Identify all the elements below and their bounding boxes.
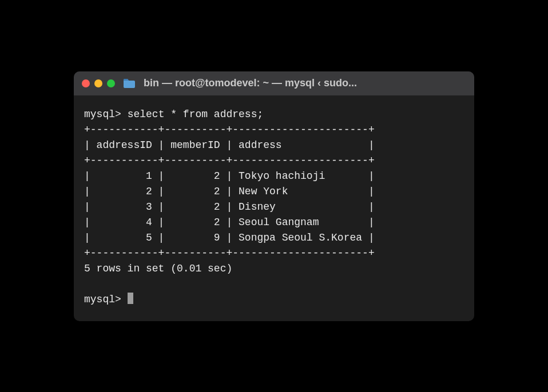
titlebar[interactable]: bin — root@tomodevel: ~ — mysql ‹ sudo..… <box>74 71 474 95</box>
cursor-icon <box>128 293 133 304</box>
status-line: 5 rows in set (0.01 sec) <box>84 263 232 274</box>
prompt: mysql> <box>84 109 121 120</box>
prompt: mysql> <box>84 294 121 305</box>
window-controls <box>82 79 115 87</box>
command-text: select * from address; <box>128 109 264 120</box>
window-title: bin — root@tomodevel: ~ — mysql ‹ sudo..… <box>144 77 466 89</box>
minimize-icon[interactable] <box>94 79 102 87</box>
terminal-window: bin — root@tomodevel: ~ — mysql ‹ sudo..… <box>74 71 474 321</box>
folder-icon <box>123 78 136 89</box>
zoom-icon[interactable] <box>107 79 115 87</box>
close-icon[interactable] <box>82 79 90 87</box>
terminal-body[interactable]: mysql> select * from address; +---------… <box>74 95 474 321</box>
query-result-table: +-----------+----------+----------------… <box>84 124 375 259</box>
